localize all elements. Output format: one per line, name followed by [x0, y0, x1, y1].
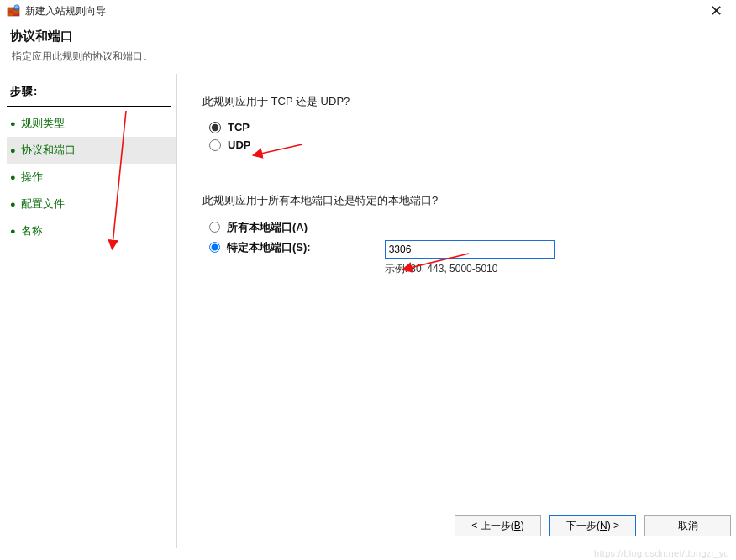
step-label: 配置文件	[21, 196, 65, 212]
bullet-icon: ●	[10, 199, 16, 209]
firewall-icon	[7, 4, 20, 18]
radio-specific-ports-label: 特定本地端口(S):	[227, 240, 311, 255]
step-action[interactable]: ● 操作	[7, 164, 176, 191]
window-title: 新建入站规则向导	[25, 4, 106, 18]
svg-rect-2	[13, 10, 19, 13]
wizard-content: 此规则应用于 TCP 还是 UDP? TCP UDP 此规则应用于所有本地端口还…	[176, 74, 736, 548]
back-key: B	[514, 520, 521, 531]
next-key: N	[600, 520, 607, 531]
step-name[interactable]: ● 名称	[7, 217, 176, 244]
radio-tcp[interactable]	[209, 122, 221, 133]
next-prefix: 下一步(	[566, 519, 600, 533]
step-label: 规则类型	[21, 116, 65, 131]
radio-tcp-label: TCP	[228, 121, 250, 133]
next-suffix: ) >	[607, 520, 619, 531]
port-example-text: 示例: 80, 443, 5000-5010	[385, 262, 555, 276]
step-protocol-ports[interactable]: ● 协议和端口	[7, 137, 176, 164]
step-label: 操作	[21, 170, 43, 185]
bullet-icon: ●	[10, 226, 16, 236]
back-button[interactable]: < 上一步(B)	[455, 515, 541, 536]
page-title: 协议和端口	[10, 29, 726, 44]
bullet-icon: ●	[10, 172, 16, 182]
radio-row-udp: UDP	[209, 139, 719, 151]
svg-rect-3	[8, 13, 13, 16]
protocol-question: 此规则应用于 TCP 还是 UDP?	[202, 94, 719, 109]
radio-row-tcp: TCP	[209, 121, 719, 133]
step-label: 协议和端口	[21, 143, 76, 158]
bullet-icon: ●	[10, 118, 16, 128]
watermark-text: https://blog.csdn.net/dongzi_yu	[594, 548, 729, 558]
step-profile[interactable]: ● 配置文件	[7, 191, 176, 217]
specific-ports-input[interactable]	[385, 240, 555, 259]
back-suffix: )	[521, 520, 524, 531]
step-label: 名称	[21, 223, 43, 238]
wizard-header: 协议和端口 指定应用此规则的协议和端口。	[0, 22, 736, 74]
page-subtitle: 指定应用此规则的协议和端口。	[12, 50, 726, 64]
titlebar: 新建入站规则向导 ✕	[0, 0, 736, 22]
radio-specific-ports[interactable]	[209, 242, 220, 253]
bullet-icon: ●	[10, 145, 16, 155]
step-rule-type[interactable]: ● 规则类型	[7, 110, 176, 137]
radio-udp[interactable]	[209, 139, 221, 151]
wizard-footer: < 上一步(B) 下一步(N) > 取消	[455, 515, 731, 536]
steps-heading: 步骤:	[7, 79, 171, 107]
radio-all-ports[interactable]	[209, 222, 220, 233]
port-question: 此规则应用于所有本地端口还是特定的本地端口?	[202, 193, 719, 208]
cancel-button[interactable]: 取消	[644, 515, 731, 536]
svg-rect-1	[8, 8, 13, 10]
close-button[interactable]: ✕	[703, 3, 729, 18]
radio-row-all-ports: 所有本地端口(A)	[209, 220, 719, 235]
radio-udp-label: UDP	[228, 139, 250, 151]
radio-row-specific-ports: 特定本地端口(S): 示例: 80, 443, 5000-5010	[209, 240, 719, 276]
steps-sidebar: 步骤: ● 规则类型 ● 协议和端口 ● 操作 ● 配置文件 ● 名称	[0, 74, 176, 548]
back-prefix: < 上一步(	[471, 519, 513, 533]
radio-all-ports-label: 所有本地端口(A)	[227, 220, 308, 235]
next-button[interactable]: 下一步(N) >	[549, 515, 636, 536]
